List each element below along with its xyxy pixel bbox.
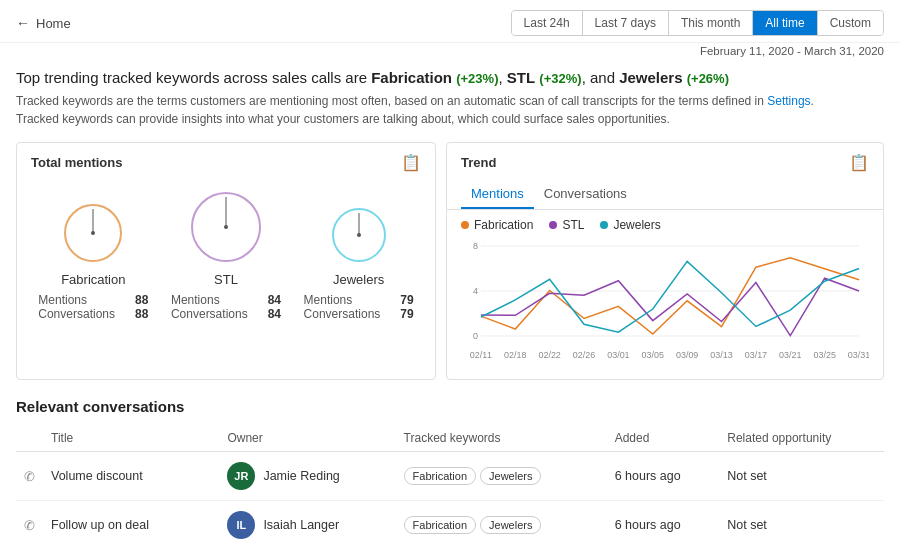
time-filter-all-time[interactable]: All time xyxy=(753,11,817,35)
circle-item-stl: STL Mentions84 Conversations84 xyxy=(171,188,281,321)
time-filter-this-month[interactable]: This month xyxy=(669,11,753,35)
keyword3-change: (+26%) xyxy=(687,71,729,86)
main-content: Total mentions 📋 Fabrication Mentions88 … xyxy=(0,132,900,390)
circle-svg-jewelers xyxy=(328,204,390,266)
conversation-title: Volume discount xyxy=(43,452,219,501)
circle-stats: Mentions79 Conversations79 xyxy=(304,293,414,321)
svg-text:03/17: 03/17 xyxy=(745,350,767,360)
trend-tab-conversations[interactable]: Conversations xyxy=(534,180,637,209)
col-header-related-opportunity: Related opportunity xyxy=(719,425,884,452)
date-range: February 11, 2020 - March 31, 2020 xyxy=(0,43,900,61)
conversations-table: TitleOwnerTracked keywordsAddedRelated o… xyxy=(16,425,884,548)
keyword-tag: Fabrication xyxy=(404,467,476,485)
svg-text:03/13: 03/13 xyxy=(710,350,732,360)
table-row[interactable]: ✆Volume discountJRJamie RedingFabricatio… xyxy=(16,452,884,501)
phone-icon: ✆ xyxy=(24,518,35,533)
keyword-tag: Fabrication xyxy=(404,516,476,534)
settings-link[interactable]: Settings xyxy=(767,94,810,108)
chart-area: 02/1102/1802/2202/2603/0103/0503/0903/13… xyxy=(447,236,883,379)
legend-label: Fabrication xyxy=(474,218,533,232)
trend-line-fabrication xyxy=(481,258,859,334)
time-filter-last-24h[interactable]: Last 24h xyxy=(512,11,583,35)
svg-text:03/09: 03/09 xyxy=(676,350,698,360)
svg-text:03/25: 03/25 xyxy=(813,350,835,360)
circle-label: Fabrication xyxy=(61,272,125,287)
back-label: Home xyxy=(36,16,71,31)
table-row[interactable]: ✆Follow up on dealILIsaiah LangerFabrica… xyxy=(16,501,884,549)
legend-label: Jewelers xyxy=(613,218,660,232)
description: Tracked keywords are the terms customers… xyxy=(16,92,884,128)
trend-legend: FabricationSTLJewelers xyxy=(447,210,883,236)
svg-text:8: 8 xyxy=(473,241,478,251)
headline: Top trending tracked keywords across sal… xyxy=(16,69,884,86)
back-arrow-icon: ← xyxy=(16,15,30,31)
total-mentions-card: Total mentions 📋 Fabrication Mentions88 … xyxy=(16,142,436,380)
trend-tabs: MentionsConversations xyxy=(447,180,883,210)
owner-name: Jamie Reding xyxy=(263,469,339,483)
share-icon[interactable]: 📋 xyxy=(401,153,421,172)
back-button[interactable]: ← Home xyxy=(16,15,71,31)
legend-item-jewelers: Jewelers xyxy=(600,218,660,232)
conversation-title: Follow up on deal xyxy=(43,501,219,549)
share-icon-trend[interactable]: 📋 xyxy=(849,153,869,172)
circle-items: Fabrication Mentions88 Conversations88 S… xyxy=(17,178,435,321)
trend-card: Trend 📋 MentionsConversations Fabricatio… xyxy=(446,142,884,380)
circle-label: STL xyxy=(214,272,238,287)
time-filter-last-7-days[interactable]: Last 7 days xyxy=(583,11,669,35)
avatar: IL xyxy=(227,511,255,539)
time-filter-group: Last 24hLast 7 daysThis monthAll timeCus… xyxy=(511,10,884,36)
keyword1-change: (+23%) xyxy=(456,71,498,86)
svg-text:02/18: 02/18 xyxy=(504,350,526,360)
legend-label: STL xyxy=(562,218,584,232)
keyword-tag: Jewelers xyxy=(480,516,541,534)
svg-text:03/21: 03/21 xyxy=(779,350,801,360)
col-header-added: Added xyxy=(607,425,720,452)
trend-line-jewelers xyxy=(481,261,859,332)
svg-text:4: 4 xyxy=(473,286,478,296)
legend-dot xyxy=(461,221,469,229)
keyword2-change: (+32%) xyxy=(539,71,581,86)
conversation-opportunity: Not set xyxy=(719,501,884,549)
mentions-card-header: Total mentions 📋 xyxy=(17,143,435,178)
legend-dot xyxy=(600,221,608,229)
conversation-opportunity: Not set xyxy=(719,452,884,501)
circle-stats: Mentions84 Conversations84 xyxy=(171,293,281,321)
desc-line3: Tracked keywords can provide insights in… xyxy=(16,112,670,126)
svg-text:0: 0 xyxy=(473,331,478,341)
svg-text:03/01: 03/01 xyxy=(607,350,629,360)
circle-svg-stl xyxy=(187,188,265,266)
circle-svg-fabrication xyxy=(60,200,126,266)
legend-item-stl: STL xyxy=(549,218,584,232)
trend-tab-mentions[interactable]: Mentions xyxy=(461,180,534,209)
legend-item-fabrication: Fabrication xyxy=(461,218,533,232)
conversation-owner: JRJamie Reding xyxy=(219,452,395,501)
trend-title: Trend xyxy=(461,155,496,170)
circle-label: Jewelers xyxy=(333,272,384,287)
conversations-section: Relevant conversations TitleOwnerTracked… xyxy=(0,390,900,548)
svg-text:03/05: 03/05 xyxy=(642,350,664,360)
col-header-owner: Owner xyxy=(219,425,395,452)
conversation-added: 6 hours ago xyxy=(607,501,720,549)
col-header-title: Title xyxy=(43,425,219,452)
mentions-title: Total mentions xyxy=(31,155,122,170)
conversations-title: Relevant conversations xyxy=(16,390,884,425)
legend-dot xyxy=(549,221,557,229)
conversation-added: 6 hours ago xyxy=(607,452,720,501)
conversation-keywords: FabricationJewelers xyxy=(396,452,607,501)
trend-card-header: Trend 📋 xyxy=(447,143,883,178)
headline-prefix: Top trending tracked keywords across sal… xyxy=(16,69,371,86)
keyword-tag: Jewelers xyxy=(480,467,541,485)
circle-item-jewelers: Jewelers Mentions79 Conversations79 xyxy=(304,204,414,321)
keyword3: Jewelers xyxy=(619,69,682,86)
keyword1: Fabrication xyxy=(371,69,452,86)
svg-text:02/26: 02/26 xyxy=(573,350,595,360)
header: ← Home Last 24hLast 7 daysThis monthAll … xyxy=(0,0,900,43)
desc-line1: Tracked keywords are the terms customers… xyxy=(16,94,767,108)
keyword2: STL xyxy=(507,69,535,86)
avatar: JR xyxy=(227,462,255,490)
time-filter-custom[interactable]: Custom xyxy=(818,11,883,35)
circle-item-fabrication: Fabrication Mentions88 Conversations88 xyxy=(38,200,148,321)
desc-line2: . xyxy=(811,94,814,108)
col-header-tracked-keywords: Tracked keywords xyxy=(396,425,607,452)
phone-icon: ✆ xyxy=(24,469,35,484)
